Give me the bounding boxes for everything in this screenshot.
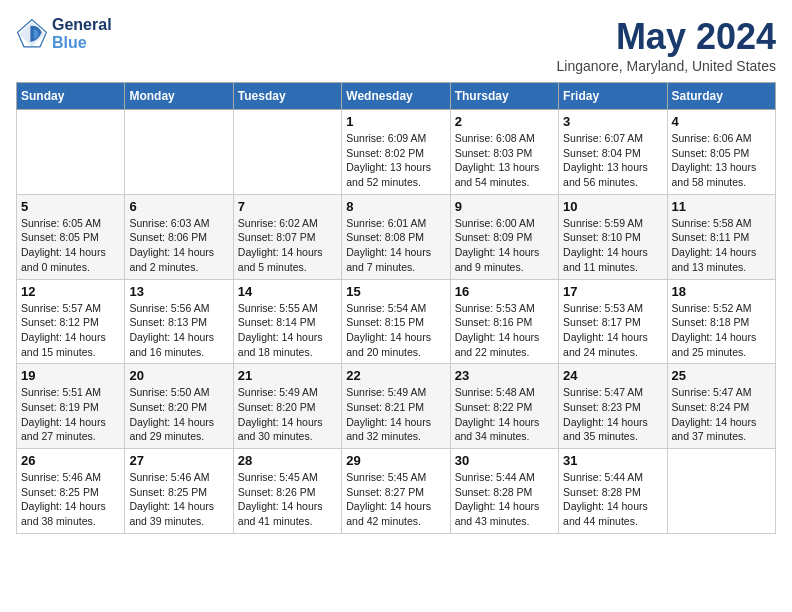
calendar-cell: 27Sunrise: 5:46 AM Sunset: 8:25 PM Dayli… [125, 449, 233, 534]
day-info: Sunrise: 5:49 AM Sunset: 8:21 PM Dayligh… [346, 385, 445, 444]
calendar-cell: 2Sunrise: 6:08 AM Sunset: 8:03 PM Daylig… [450, 110, 558, 195]
page-header: General Blue May 2024 Linganore, Marylan… [16, 16, 776, 74]
day-number: 8 [346, 199, 445, 214]
calendar-cell [233, 110, 341, 195]
calendar-cell: 28Sunrise: 5:45 AM Sunset: 8:26 PM Dayli… [233, 449, 341, 534]
day-number: 17 [563, 284, 662, 299]
day-info: Sunrise: 6:02 AM Sunset: 8:07 PM Dayligh… [238, 216, 337, 275]
day-number: 26 [21, 453, 120, 468]
day-info: Sunrise: 5:48 AM Sunset: 8:22 PM Dayligh… [455, 385, 554, 444]
day-info: Sunrise: 5:44 AM Sunset: 8:28 PM Dayligh… [455, 470, 554, 529]
day-info: Sunrise: 5:46 AM Sunset: 8:25 PM Dayligh… [21, 470, 120, 529]
calendar-cell: 15Sunrise: 5:54 AM Sunset: 8:15 PM Dayli… [342, 279, 450, 364]
day-number: 20 [129, 368, 228, 383]
day-info: Sunrise: 5:45 AM Sunset: 8:27 PM Dayligh… [346, 470, 445, 529]
day-info: Sunrise: 5:50 AM Sunset: 8:20 PM Dayligh… [129, 385, 228, 444]
calendar-cell: 30Sunrise: 5:44 AM Sunset: 8:28 PM Dayli… [450, 449, 558, 534]
weekday-header-sunday: Sunday [17, 83, 125, 110]
calendar-cell: 26Sunrise: 5:46 AM Sunset: 8:25 PM Dayli… [17, 449, 125, 534]
calendar-cell: 17Sunrise: 5:53 AM Sunset: 8:17 PM Dayli… [559, 279, 667, 364]
calendar-week-row: 19Sunrise: 5:51 AM Sunset: 8:19 PM Dayli… [17, 364, 776, 449]
weekday-header-thursday: Thursday [450, 83, 558, 110]
day-info: Sunrise: 5:51 AM Sunset: 8:19 PM Dayligh… [21, 385, 120, 444]
title-block: May 2024 Linganore, Maryland, United Sta… [557, 16, 776, 74]
day-info: Sunrise: 5:56 AM Sunset: 8:13 PM Dayligh… [129, 301, 228, 360]
day-number: 9 [455, 199, 554, 214]
logo: General Blue [16, 16, 112, 52]
day-number: 1 [346, 114, 445, 129]
day-number: 7 [238, 199, 337, 214]
calendar-cell: 7Sunrise: 6:02 AM Sunset: 8:07 PM Daylig… [233, 194, 341, 279]
calendar-cell: 5Sunrise: 6:05 AM Sunset: 8:05 PM Daylig… [17, 194, 125, 279]
calendar-cell: 21Sunrise: 5:49 AM Sunset: 8:20 PM Dayli… [233, 364, 341, 449]
day-info: Sunrise: 5:54 AM Sunset: 8:15 PM Dayligh… [346, 301, 445, 360]
day-number: 22 [346, 368, 445, 383]
location-text: Linganore, Maryland, United States [557, 58, 776, 74]
day-number: 10 [563, 199, 662, 214]
day-number: 28 [238, 453, 337, 468]
calendar-table: SundayMondayTuesdayWednesdayThursdayFrid… [16, 82, 776, 534]
day-number: 30 [455, 453, 554, 468]
weekday-header-tuesday: Tuesday [233, 83, 341, 110]
calendar-week-row: 12Sunrise: 5:57 AM Sunset: 8:12 PM Dayli… [17, 279, 776, 364]
day-info: Sunrise: 5:47 AM Sunset: 8:24 PM Dayligh… [672, 385, 771, 444]
day-info: Sunrise: 5:59 AM Sunset: 8:10 PM Dayligh… [563, 216, 662, 275]
day-info: Sunrise: 5:52 AM Sunset: 8:18 PM Dayligh… [672, 301, 771, 360]
day-number: 25 [672, 368, 771, 383]
day-number: 15 [346, 284, 445, 299]
calendar-header-row: SundayMondayTuesdayWednesdayThursdayFrid… [17, 83, 776, 110]
calendar-cell: 6Sunrise: 6:03 AM Sunset: 8:06 PM Daylig… [125, 194, 233, 279]
calendar-week-row: 26Sunrise: 5:46 AM Sunset: 8:25 PM Dayli… [17, 449, 776, 534]
day-number: 19 [21, 368, 120, 383]
logo-icon [16, 18, 48, 50]
day-info: Sunrise: 5:57 AM Sunset: 8:12 PM Dayligh… [21, 301, 120, 360]
calendar-cell [125, 110, 233, 195]
calendar-cell: 24Sunrise: 5:47 AM Sunset: 8:23 PM Dayli… [559, 364, 667, 449]
day-info: Sunrise: 5:53 AM Sunset: 8:16 PM Dayligh… [455, 301, 554, 360]
calendar-week-row: 5Sunrise: 6:05 AM Sunset: 8:05 PM Daylig… [17, 194, 776, 279]
day-info: Sunrise: 5:46 AM Sunset: 8:25 PM Dayligh… [129, 470, 228, 529]
day-info: Sunrise: 5:45 AM Sunset: 8:26 PM Dayligh… [238, 470, 337, 529]
calendar-cell: 22Sunrise: 5:49 AM Sunset: 8:21 PM Dayli… [342, 364, 450, 449]
day-number: 11 [672, 199, 771, 214]
day-number: 13 [129, 284, 228, 299]
day-number: 16 [455, 284, 554, 299]
logo-text: General Blue [52, 16, 112, 52]
calendar-week-row: 1Sunrise: 6:09 AM Sunset: 8:02 PM Daylig… [17, 110, 776, 195]
weekday-header-saturday: Saturday [667, 83, 775, 110]
day-number: 24 [563, 368, 662, 383]
day-info: Sunrise: 6:00 AM Sunset: 8:09 PM Dayligh… [455, 216, 554, 275]
day-number: 3 [563, 114, 662, 129]
day-info: Sunrise: 5:44 AM Sunset: 8:28 PM Dayligh… [563, 470, 662, 529]
day-number: 14 [238, 284, 337, 299]
calendar-cell: 23Sunrise: 5:48 AM Sunset: 8:22 PM Dayli… [450, 364, 558, 449]
calendar-cell: 13Sunrise: 5:56 AM Sunset: 8:13 PM Dayli… [125, 279, 233, 364]
calendar-cell: 11Sunrise: 5:58 AM Sunset: 8:11 PM Dayli… [667, 194, 775, 279]
calendar-cell: 8Sunrise: 6:01 AM Sunset: 8:08 PM Daylig… [342, 194, 450, 279]
day-info: Sunrise: 5:53 AM Sunset: 8:17 PM Dayligh… [563, 301, 662, 360]
calendar-cell [667, 449, 775, 534]
calendar-cell [17, 110, 125, 195]
calendar-cell: 16Sunrise: 5:53 AM Sunset: 8:16 PM Dayli… [450, 279, 558, 364]
day-info: Sunrise: 5:55 AM Sunset: 8:14 PM Dayligh… [238, 301, 337, 360]
calendar-cell: 14Sunrise: 5:55 AM Sunset: 8:14 PM Dayli… [233, 279, 341, 364]
calendar-cell: 3Sunrise: 6:07 AM Sunset: 8:04 PM Daylig… [559, 110, 667, 195]
day-number: 12 [21, 284, 120, 299]
day-info: Sunrise: 6:09 AM Sunset: 8:02 PM Dayligh… [346, 131, 445, 190]
day-number: 5 [21, 199, 120, 214]
day-number: 27 [129, 453, 228, 468]
calendar-cell: 18Sunrise: 5:52 AM Sunset: 8:18 PM Dayli… [667, 279, 775, 364]
day-number: 4 [672, 114, 771, 129]
calendar-cell: 12Sunrise: 5:57 AM Sunset: 8:12 PM Dayli… [17, 279, 125, 364]
calendar-cell: 1Sunrise: 6:09 AM Sunset: 8:02 PM Daylig… [342, 110, 450, 195]
day-info: Sunrise: 5:58 AM Sunset: 8:11 PM Dayligh… [672, 216, 771, 275]
day-info: Sunrise: 5:49 AM Sunset: 8:20 PM Dayligh… [238, 385, 337, 444]
day-number: 21 [238, 368, 337, 383]
day-number: 29 [346, 453, 445, 468]
day-info: Sunrise: 6:06 AM Sunset: 8:05 PM Dayligh… [672, 131, 771, 190]
calendar-cell: 19Sunrise: 5:51 AM Sunset: 8:19 PM Dayli… [17, 364, 125, 449]
day-info: Sunrise: 6:07 AM Sunset: 8:04 PM Dayligh… [563, 131, 662, 190]
calendar-cell: 9Sunrise: 6:00 AM Sunset: 8:09 PM Daylig… [450, 194, 558, 279]
month-title: May 2024 [557, 16, 776, 58]
day-info: Sunrise: 6:05 AM Sunset: 8:05 PM Dayligh… [21, 216, 120, 275]
